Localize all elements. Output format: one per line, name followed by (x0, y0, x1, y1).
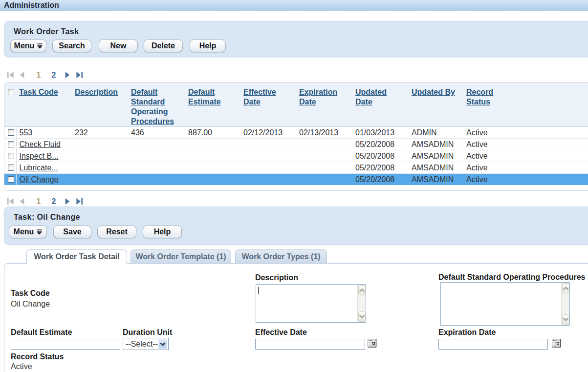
cell-updated-by: AMSADMIN (409, 139, 463, 150)
cell-description (72, 174, 128, 186)
cell-description (72, 139, 128, 150)
column-header-task-code[interactable]: Task Code (19, 88, 58, 96)
table-bottom-spacer (4, 185, 588, 191)
column-header-updated-by[interactable]: Updated By (412, 88, 455, 96)
expiration-date-calendar-button[interactable] (552, 339, 561, 348)
first-page-icon (7, 72, 14, 78)
default-estimate-label: Default Estimate (11, 329, 72, 336)
menu-button-label: Menu (14, 41, 35, 50)
task-code-link[interactable]: Check Fluid (20, 140, 61, 148)
expiration-date-label: Expiration Date (438, 329, 496, 336)
calendar-icon (552, 339, 561, 348)
select-all-checkbox[interactable] (8, 89, 14, 95)
page-number-link[interactable]: 2 (50, 197, 57, 206)
tab-work-order-template[interactable]: Work Order Template (1) (131, 249, 231, 263)
tab-work-order-types[interactable]: Work Order Types (1) (235, 249, 327, 263)
select-arrow-button[interactable] (158, 339, 167, 349)
menu-button[interactable]: Menu (9, 226, 47, 238)
scroll-down-button[interactable] (358, 311, 366, 322)
record-status-label: Record Status (11, 353, 64, 361)
next-page-icon[interactable] (65, 72, 70, 78)
scroll-down-button[interactable] (562, 314, 569, 325)
effective-date-calendar-button[interactable] (368, 339, 377, 348)
help-button[interactable]: Help (190, 40, 226, 52)
text-caret (258, 287, 259, 294)
table-row-selected: Oil Change 05/20/2008 AMSADMIN Active (4, 174, 588, 186)
last-page-icon[interactable] (76, 198, 83, 205)
column-header-default-sop[interactable]: Default Standard Operating Procedures (131, 88, 174, 125)
chevron-down-icon (563, 318, 568, 321)
tab-work-order-task-detail[interactable]: Work Order Task Detail (26, 249, 127, 264)
previous-page-icon (20, 72, 24, 78)
table-row: Inspect B... 05/20/2008 AMSADMIN Active (4, 150, 588, 162)
delete-button[interactable]: Delete (144, 40, 183, 52)
save-button[interactable]: Save (53, 226, 91, 238)
task-code-link[interactable]: Lubricate... (20, 164, 58, 172)
pagination-top: 1 2 (7, 71, 154, 80)
task-code-link[interactable]: 553 (20, 128, 33, 137)
description-label: Description (255, 274, 298, 282)
menu-button-label: Menu (14, 227, 34, 236)
default-estimate-input[interactable] (11, 339, 120, 350)
cell-default-sop (128, 174, 185, 186)
reset-button[interactable]: Reset (97, 226, 136, 238)
page-title: Administration (4, 1, 59, 10)
cell-effective-date: 02/12/2013 (240, 127, 296, 139)
cell-expiration-date (296, 174, 352, 186)
row-checkbox[interactable] (8, 165, 14, 171)
work-order-task-toolbar: Menu Search New Delete Help (4, 40, 226, 52)
column-header-effective-date[interactable]: Effective Date (243, 88, 276, 106)
search-button[interactable]: Search (52, 40, 91, 52)
column-header-description[interactable]: Description (75, 88, 118, 96)
default-sop-textarea[interactable] (440, 282, 570, 326)
cell-updated-by: AMSADMIN (409, 174, 463, 186)
cell-expiration-date (296, 139, 352, 150)
effective-date-label: Effective Date (255, 329, 307, 336)
task-detail-panel: Task: Oil Change Menu Save Reset Help (4, 207, 588, 245)
last-page-icon[interactable] (76, 72, 83, 78)
chevron-down-icon (359, 315, 365, 318)
help-button[interactable]: Help (143, 226, 182, 238)
page-number-link[interactable]: 2 (50, 71, 57, 79)
column-header-updated-date[interactable]: Updated Date (355, 88, 387, 106)
new-button[interactable]: New (99, 40, 138, 52)
cell-updated-by: ADMIN (409, 127, 463, 139)
column-header-record-status[interactable]: Record Status (466, 88, 493, 106)
cell-expiration-date: 02/13/2013 (296, 127, 352, 139)
previous-page-icon (20, 198, 24, 205)
column-header-default-estimate[interactable]: Default Estimate (188, 88, 221, 106)
scroll-up-button[interactable] (562, 283, 569, 293)
duration-unit-select[interactable]: --Select-- (123, 338, 169, 350)
description-textarea[interactable] (256, 284, 366, 323)
default-sop-scrollbar[interactable] (561, 283, 569, 325)
pagination-bottom: 1 2 (7, 197, 154, 206)
cell-default-sop: 436 (128, 127, 185, 139)
task-code-link[interactable]: Inspect B... (20, 152, 59, 160)
results-table: Task Code Description Default Standard O… (4, 83, 588, 185)
cell-record-status: Active (463, 139, 588, 150)
chevron-up-icon (359, 289, 365, 292)
column-header-expiration-date[interactable]: Expiration Date (299, 88, 337, 106)
row-checkbox[interactable] (8, 141, 14, 147)
cell-default-estimate (185, 139, 240, 150)
cell-updated-by: AMSADMIN (409, 150, 463, 162)
cell-record-status: Active (463, 162, 588, 174)
cell-default-sop (128, 162, 185, 174)
next-page-icon[interactable] (65, 198, 70, 205)
description-scrollbar[interactable] (357, 285, 366, 322)
record-status-value: Active (11, 363, 32, 371)
expiration-date-input[interactable] (438, 339, 548, 350)
row-checkbox[interactable] (8, 176, 14, 183)
cell-record-status: Active (463, 127, 588, 139)
effective-date-input[interactable] (255, 339, 365, 350)
task-code-link[interactable]: Oil Change (20, 175, 59, 184)
cell-updated-date: 05/20/2008 (352, 139, 409, 150)
row-checkbox[interactable] (8, 153, 14, 159)
row-checkbox[interactable] (8, 129, 14, 136)
cell-default-estimate: 887.00 (185, 127, 240, 139)
cell-updated-date: 05/20/2008 (352, 162, 409, 174)
results-table-container: Task Code Description Default Standard O… (4, 82, 588, 191)
scroll-up-button[interactable] (358, 285, 366, 295)
cell-effective-date (240, 162, 296, 174)
menu-button[interactable]: Menu (10, 40, 46, 52)
